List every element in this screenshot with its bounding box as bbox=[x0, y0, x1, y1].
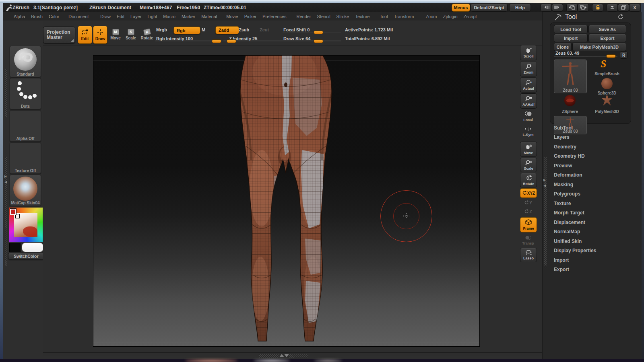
shelf-y-button[interactable]: Y bbox=[520, 199, 536, 207]
right-tray-open-arrow-icon[interactable]: ▶ bbox=[543, 179, 546, 182]
tool-section-display-properties[interactable]: Display Properties bbox=[554, 246, 596, 256]
menu-transform[interactable]: Transform bbox=[394, 14, 414, 19]
menu-alpha[interactable]: Alpha bbox=[14, 14, 25, 19]
make-polymesh3d-button[interactable]: Make PolyMesh3D bbox=[572, 43, 626, 51]
switch-color-button[interactable]: SwitchColor bbox=[8, 253, 44, 260]
simplebrush-thumb[interactable]: S SimpleBrush bbox=[588, 60, 626, 76]
shelf-transp-button[interactable]: Transp bbox=[520, 234, 536, 246]
refresh-icon[interactable] bbox=[617, 14, 624, 22]
move-panel-right-button[interactable] bbox=[578, 4, 589, 12]
rgb-button[interactable]: Rgb bbox=[173, 27, 200, 34]
focal-shift-slider[interactable] bbox=[283, 32, 341, 33]
main-color-swatch[interactable] bbox=[22, 243, 43, 252]
draw-mode-button[interactable]: Draw bbox=[93, 26, 107, 44]
edit-mode-button[interactable]: Edit bbox=[78, 26, 92, 44]
shelf-frame-button[interactable]: Frame bbox=[520, 217, 537, 232]
polymesh3d-thumb[interactable]: PolyMesh3D bbox=[588, 94, 626, 114]
lock-button[interactable] bbox=[592, 4, 603, 12]
tool-section-layers[interactable]: Layers bbox=[554, 133, 596, 142]
m-button[interactable]: M bbox=[202, 27, 205, 32]
secondary-color-swatch[interactable] bbox=[9, 243, 21, 252]
menu-material[interactable]: Material bbox=[201, 14, 217, 19]
menu-render[interactable]: Render bbox=[297, 14, 311, 19]
menu-document[interactable]: Document bbox=[68, 14, 89, 19]
r-button[interactable]: R bbox=[620, 51, 627, 59]
tool-section-displacement[interactable]: Displacement bbox=[554, 218, 596, 227]
help-button[interactable]: Help bbox=[509, 4, 531, 12]
zsphere-thumb[interactable]: ZSphere bbox=[554, 94, 586, 114]
default-zscript-button[interactable]: DefaultZScript bbox=[471, 4, 508, 12]
divider-down-arrow-icon[interactable] bbox=[284, 354, 289, 357]
titlebar[interactable]: ZBrush 3.1[Santiago perez] ZBrush Docume… bbox=[3, 3, 641, 12]
shelf-scale3d-button[interactable]: Scale bbox=[520, 158, 537, 172]
rgb-intensity-slider-handle[interactable] bbox=[212, 39, 221, 43]
zcut-button[interactable]: Zcut bbox=[260, 27, 269, 32]
menu-light[interactable]: Light bbox=[148, 14, 157, 19]
left-tray-divider[interactable] bbox=[5, 157, 7, 266]
mrgb-button[interactable]: Mrgb bbox=[156, 27, 167, 32]
focal-shift-slider-handle[interactable] bbox=[314, 31, 323, 34]
menu-preferences[interactable]: Preferences bbox=[262, 14, 286, 19]
sphere3d-thumb[interactable]: Sphere3D bbox=[588, 77, 626, 96]
zsub-button[interactable]: Zsub bbox=[239, 27, 249, 32]
menu-zscript[interactable]: Zscript bbox=[464, 14, 477, 19]
menu-picker[interactable]: Picker bbox=[244, 14, 257, 19]
shelf-local-button[interactable]: Local bbox=[520, 110, 536, 123]
tray-scroll-right-button[interactable] bbox=[552, 4, 563, 12]
menu-zoom[interactable]: Zoom bbox=[425, 14, 437, 19]
texture-thumb[interactable]: Texture Off bbox=[10, 142, 41, 174]
scale-mode-button[interactable]: S Scale bbox=[124, 26, 138, 43]
tool-section-morph-target[interactable]: Morph Target bbox=[554, 208, 596, 218]
menu-marker[interactable]: Marker bbox=[182, 14, 195, 19]
shelf-rotate3d-button[interactable]: Rotate bbox=[520, 173, 537, 187]
move-panel-left-button[interactable] bbox=[566, 4, 578, 12]
menu-draw[interactable]: Draw bbox=[100, 14, 111, 19]
menu-color[interactable]: Color bbox=[49, 14, 59, 19]
tool-section-preview[interactable]: Preview bbox=[554, 161, 596, 171]
move-mode-button[interactable]: M Move bbox=[108, 26, 123, 43]
shelf-lsym-button[interactable]: L.Sym bbox=[520, 125, 536, 138]
shelf-move3d-button[interactable]: Move bbox=[520, 142, 537, 157]
menu-edit[interactable]: Edit bbox=[117, 14, 124, 19]
close-button[interactable]: X bbox=[629, 4, 640, 12]
z-intensity-slider-handle[interactable] bbox=[227, 39, 236, 43]
tool-section-masking[interactable]: Masking bbox=[554, 180, 596, 189]
projection-master-button[interactable]: Projection Master bbox=[43, 27, 75, 43]
menu-movie[interactable]: Movie bbox=[226, 14, 238, 19]
menu-macro[interactable]: Macro bbox=[163, 14, 175, 19]
tool-section-polygroups[interactable]: Polygroups bbox=[554, 189, 596, 199]
import-tool-button[interactable]: Import bbox=[554, 34, 588, 42]
tray-scroll-left-button[interactable] bbox=[541, 4, 552, 12]
canvas-divider-grip[interactable] bbox=[259, 354, 279, 358]
rotate-mode-button[interactable]: R Rotate bbox=[139, 26, 155, 43]
right-tray-close-arrow-icon[interactable]: ◀ bbox=[543, 184, 546, 187]
right-tray-divider[interactable] bbox=[544, 157, 547, 265]
shelf-lasso-button[interactable]: Lasso bbox=[520, 248, 537, 262]
menu-tool[interactable]: Tool bbox=[380, 14, 388, 19]
tool-section-geometry-hd[interactable]: Geometry HD bbox=[554, 152, 596, 161]
shelf-z-button[interactable]: Z bbox=[520, 208, 536, 216]
tool-section-import[interactable]: Import bbox=[554, 255, 596, 265]
tray-close-arrow-icon[interactable]: ◀ bbox=[4, 181, 7, 184]
draw-size-slider[interactable] bbox=[283, 41, 341, 41]
shelf-actual-button[interactable]: x1 Actual bbox=[520, 77, 537, 93]
export-tool-button[interactable]: Export bbox=[588, 34, 626, 42]
menu-layer[interactable]: Layer bbox=[130, 14, 142, 19]
divider-up-arrow-icon[interactable] bbox=[279, 354, 284, 357]
load-tool-button[interactable]: Load Tool bbox=[554, 25, 588, 33]
shelf-scroll-button[interactable]: Scroll bbox=[520, 45, 537, 60]
minimize-button[interactable] bbox=[607, 4, 618, 12]
menu-brush[interactable]: Brush bbox=[31, 14, 43, 19]
color-picker[interactable] bbox=[9, 208, 43, 242]
stroke-thumb[interactable]: Dots bbox=[10, 78, 41, 109]
material-thumb[interactable]: MatCap Skin04 bbox=[10, 175, 41, 206]
canvas-divider-grip[interactable] bbox=[289, 354, 308, 358]
menu-texture[interactable]: Texture bbox=[355, 14, 369, 19]
document-canvas[interactable] bbox=[93, 55, 480, 347]
tray-open-arrow-icon[interactable]: ▶ bbox=[4, 175, 7, 178]
menu-stencil[interactable]: Stencil bbox=[317, 14, 330, 19]
menus-button[interactable]: Menus bbox=[452, 4, 470, 12]
tool-section-texture[interactable]: Texture bbox=[554, 199, 596, 208]
zadd-button[interactable]: Zadd bbox=[215, 26, 239, 34]
current-brush-thumb[interactable]: Standard bbox=[10, 46, 41, 77]
